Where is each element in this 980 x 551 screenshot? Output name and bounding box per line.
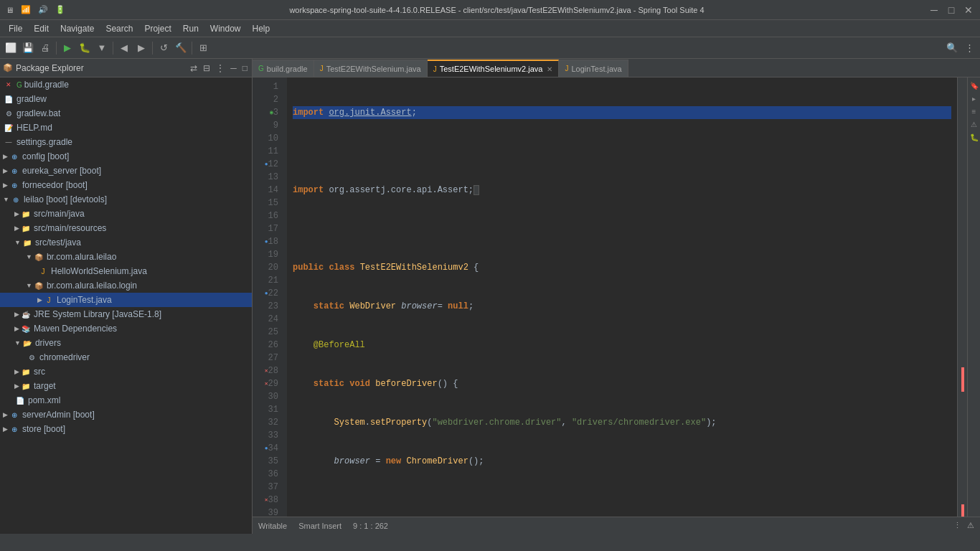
- status-menu-button[interactable]: ⋮: [953, 521, 961, 530]
- tab-build-gradle[interactable]: G build.gradle: [253, 60, 314, 77]
- run-config-button[interactable]: ▼: [94, 40, 110, 56]
- perspective-button[interactable]: ⊞: [195, 40, 211, 56]
- tree-item-eureka[interactable]: ▶ ⊕ eureka_server [boot]: [0, 164, 252, 178]
- tree-item-server-admin[interactable]: ▶ ⊕ serverAdmin [boot]: [0, 408, 252, 422]
- tree-item-build-gradle[interactable]: ✕ G build.gradle: [0, 77, 252, 92]
- next-button[interactable]: ▶: [133, 40, 149, 56]
- menu-run[interactable]: Run: [177, 22, 204, 35]
- statusbar: Writable Smart Insert 9 : 1 : 262 ⋮ ⚠: [253, 517, 980, 534]
- tab-testE2E-v2[interactable]: J TestE2EWithSeleniumv2.java ✕: [428, 60, 560, 77]
- line-num-13: 13: [253, 171, 283, 184]
- code-line-9: [293, 222, 951, 235]
- problems-side-icon[interactable]: ⚠: [969, 119, 979, 129]
- menu-file[interactable]: File: [3, 22, 28, 35]
- tree-item-src-main-java[interactable]: ▶ 📁 src/main/java: [0, 207, 252, 221]
- statusbar-left: Writable Smart Insert 9 : 1 : 262: [258, 522, 388, 530]
- md-icon: 📝: [3, 122, 14, 133]
- code-editor[interactable]: 1 2 ◉3 9 10 11 ●12 13 14 15 16 17 ●18 19…: [253, 77, 980, 517]
- tree-item-store[interactable]: ▶ ⊕ store [boot]: [0, 422, 252, 436]
- line-num-14: 14: [253, 184, 283, 197]
- bookmark-side-icon[interactable]: 🔖: [969, 80, 979, 90]
- chromedriver-icon: ⚙: [26, 352, 37, 363]
- tree-item-help[interactable]: 📝 HELP.md: [0, 121, 252, 135]
- tab-login-test[interactable]: J LoginTest.java: [559, 60, 628, 77]
- debug-side-icon[interactable]: 🐛: [969, 132, 979, 142]
- tree-item-settings-gradle[interactable]: — settings.gradle: [0, 135, 252, 149]
- position-status: 9 : 1 : 262: [353, 522, 388, 530]
- pkg-collapse-button[interactable]: ⊟: [202, 62, 212, 75]
- tree-item-gradlew-bat[interactable]: ⚙ gradlew.bat: [0, 106, 252, 121]
- minimize-button[interactable]: ─: [928, 4, 940, 16]
- line-num-21: 21: [253, 274, 283, 287]
- project-icon2: ⊕: [9, 165, 20, 176]
- line-num-29: ✕29: [253, 377, 283, 390]
- pkg-sync-button[interactable]: ⇄: [189, 62, 199, 75]
- new-button[interactable]: ⬜: [3, 40, 19, 56]
- tasks-side-icon[interactable]: ≡: [969, 106, 979, 116]
- tree-item-pom[interactable]: 📄 pom.xml: [0, 393, 252, 408]
- tree-item-leilao[interactable]: ▼ ⊕ leilao [boot] [devtools]: [0, 192, 252, 207]
- tree-item-config[interactable]: ▶ ⊕ config [boot]: [0, 149, 252, 164]
- chevron-down-icon2: ▼: [14, 239, 21, 246]
- save-button[interactable]: 💾: [20, 40, 36, 56]
- print-button[interactable]: 🖨: [37, 40, 53, 56]
- code-line-15: browser = new ChromeDriver();: [293, 455, 951, 468]
- tree-item-drivers[interactable]: ▼ 📂 drivers: [0, 336, 252, 350]
- code-content[interactable]: import org.junit.Assert; import org.asse…: [287, 77, 957, 517]
- line-num-32: 32: [253, 416, 283, 429]
- pkg-menu-button[interactable]: ⋮: [215, 62, 226, 75]
- pkg-maximize-button[interactable]: □: [241, 62, 249, 75]
- search-toolbar-button[interactable]: 🔍: [944, 40, 960, 56]
- tree-item-pkg-login[interactable]: ▼ 📦 br.com.alura.leilao.login: [0, 278, 252, 293]
- line-num-17: 17: [253, 222, 283, 235]
- line-num-9: 9: [253, 119, 283, 132]
- line-num-2: 2: [253, 93, 283, 106]
- line-num-36: 36: [253, 468, 283, 481]
- project-icon5: ⊕: [9, 423, 20, 435]
- error-marker-bottom: [961, 504, 964, 517]
- close-tab-button[interactable]: ✕: [547, 65, 552, 73]
- tree-item-jre[interactable]: ▶ ☕ JRE System Library [JavaSE-1.8]: [0, 307, 252, 321]
- project-open-icon: ⊕: [10, 194, 22, 205]
- menu-help[interactable]: Help: [247, 22, 276, 35]
- menu-navigate[interactable]: Navigate: [55, 22, 100, 35]
- tree-item-fornecedor[interactable]: ▶ ⊕ fornecedor [boot]: [0, 178, 252, 192]
- annotation-side-icon[interactable]: ▸: [969, 93, 979, 103]
- tree-item-src-test-java[interactable]: ▼ 📁 src/test/java: [0, 235, 252, 250]
- close-button[interactable]: ✕: [963, 4, 974, 16]
- tree-item-src-folder[interactable]: ▶ 📁 src: [0, 364, 252, 379]
- tree-item-target[interactable]: ▶ 📁 target: [0, 379, 252, 393]
- tree-item-maven-deps[interactable]: ▶ 📚 Maven Dependencies: [0, 321, 252, 336]
- tree-item-hello-world[interactable]: J HelloWorldSelenium.java: [0, 264, 252, 278]
- line-num-24: 24: [253, 313, 283, 326]
- toolbar-menu-button[interactable]: ⋮: [961, 40, 977, 56]
- menu-window[interactable]: Window: [204, 22, 247, 35]
- debug-button[interactable]: 🐛: [77, 40, 93, 56]
- prev-button[interactable]: ◀: [116, 40, 132, 56]
- right-gutter: [957, 77, 967, 517]
- main-area: 📦 Package Explorer ⇄ ⊟ ⋮ ─ □ ✕ G build.g…: [0, 59, 980, 534]
- pkg-minimize-button[interactable]: ─: [229, 62, 238, 75]
- tree-item-chromedriver[interactable]: ⚙ chromedriver: [0, 350, 252, 364]
- tree-item-login-test[interactable]: ▶ J LoginTest.java: [0, 293, 252, 307]
- chevron-right-icon5: ▶: [14, 225, 19, 232]
- menu-edit[interactable]: Edit: [28, 22, 55, 35]
- tree-item-src-main-resources[interactable]: ▶ 📁 src/main/resources: [0, 221, 252, 235]
- jre-icon: ☕: [20, 309, 32, 320]
- tree-item-pkg-leilao[interactable]: ▼ 📦 br.com.alura.leilao: [0, 250, 252, 264]
- tree-item-gradlew[interactable]: 📄 gradlew: [0, 92, 252, 106]
- build-button[interactable]: 🔨: [173, 40, 189, 56]
- tab-testE2E-v1[interactable]: J TestE2EWithSelenium.java: [314, 60, 428, 77]
- package-explorer-panel: 📦 Package Explorer ⇄ ⊟ ⋮ ─ □ ✕ G build.g…: [0, 59, 253, 534]
- project-icon3: ⊕: [9, 179, 20, 191]
- line-number-gutter: 1 2 ◉3 9 10 11 ●12 13 14 15 16 17 ●18 19…: [253, 77, 287, 517]
- line-num-15: 15: [253, 197, 283, 209]
- window-title: workspace-spring-tool-suite-4-4.16.0.REL…: [65, 6, 928, 14]
- refresh-button[interactable]: ↺: [156, 40, 171, 56]
- maximize-button[interactable]: □: [946, 4, 957, 16]
- menu-search[interactable]: Search: [100, 22, 138, 35]
- line-num-37: 37: [253, 481, 283, 494]
- menu-project[interactable]: Project: [138, 22, 176, 35]
- line-num-30: 30: [253, 390, 283, 403]
- run-button[interactable]: ▶: [60, 40, 75, 56]
